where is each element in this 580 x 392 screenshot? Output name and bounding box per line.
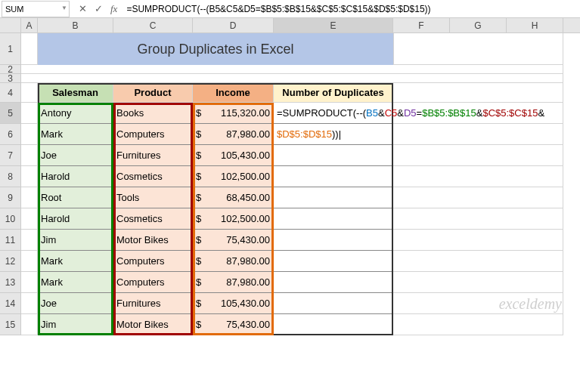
data-salesman[interactable]: Mark xyxy=(38,124,113,145)
header-product[interactable]: Product xyxy=(113,83,193,103)
select-all-corner[interactable] xyxy=(0,18,21,32)
cell[interactable] xyxy=(393,33,563,65)
data-salesman[interactable]: Jim xyxy=(38,230,113,251)
row-header-4[interactable]: 4 xyxy=(0,83,21,103)
name-box[interactable]: SUM ▼ xyxy=(2,1,70,17)
col-header-a[interactable]: A xyxy=(21,18,38,32)
formula-input[interactable]: =SUMPRODUCT(--(B5&C5&D5=$B$5:$B$15&$C$5:… xyxy=(123,4,580,14)
data-salesman[interactable]: Mark xyxy=(38,272,113,293)
data-income[interactable]: $68,450.00 xyxy=(193,187,274,208)
row-header-12[interactable]: 12 xyxy=(0,251,21,272)
cell[interactable] xyxy=(21,65,563,74)
row-header-15[interactable]: 15 xyxy=(0,314,21,335)
data-product[interactable]: Furnitures xyxy=(113,293,193,314)
row-header-14[interactable]: 14 xyxy=(0,293,21,314)
data-duplicates[interactable] xyxy=(274,187,393,208)
col-header-d[interactable]: D xyxy=(193,18,274,32)
data-duplicates[interactable] xyxy=(274,272,393,293)
data-duplicates[interactable] xyxy=(274,230,393,251)
cell[interactable] xyxy=(393,124,563,145)
cell[interactable] xyxy=(21,272,38,293)
data-product[interactable]: Cosmetics xyxy=(113,166,193,187)
data-salesman[interactable]: Mark xyxy=(38,251,113,272)
data-income[interactable]: $87,980.00 xyxy=(193,124,274,145)
cell[interactable] xyxy=(21,251,38,272)
data-duplicates[interactable] xyxy=(274,103,393,124)
data-duplicates[interactable] xyxy=(274,293,393,314)
header-income[interactable]: Income xyxy=(193,83,274,103)
data-product[interactable]: Computers xyxy=(113,124,193,145)
data-salesman[interactable]: Harold xyxy=(38,208,113,230)
row-header-10[interactable]: 10 xyxy=(0,208,21,230)
data-product[interactable]: Furnitures xyxy=(113,145,193,166)
row-header-3[interactable]: 3 xyxy=(0,74,21,83)
data-product[interactable]: Motor Bikes xyxy=(113,314,193,335)
cell[interactable] xyxy=(393,145,563,166)
cell[interactable] xyxy=(393,83,563,103)
data-duplicates[interactable] xyxy=(274,166,393,187)
row-header-11[interactable]: 11 xyxy=(0,230,21,251)
row-header-1[interactable]: 1 xyxy=(0,33,21,65)
cell[interactable] xyxy=(393,293,563,314)
header-duplicates[interactable]: Number of Duplicates xyxy=(274,83,393,103)
row-header-5[interactable]: 5 xyxy=(0,103,21,124)
cancel-icon[interactable]: ✕ xyxy=(79,3,87,14)
data-product[interactable]: Motor Bikes xyxy=(113,230,193,251)
cell[interactable] xyxy=(393,166,563,187)
row-header-7[interactable]: 7 xyxy=(0,145,21,166)
data-salesman[interactable]: Joe xyxy=(38,145,113,166)
cell[interactable] xyxy=(393,230,563,251)
data-salesman[interactable]: Joe xyxy=(38,293,113,314)
col-header-e[interactable]: E xyxy=(274,18,393,32)
data-duplicates[interactable] xyxy=(274,314,393,335)
data-duplicates[interactable] xyxy=(274,208,393,230)
data-income[interactable]: $75,430.00 xyxy=(193,230,274,251)
cell[interactable] xyxy=(21,230,38,251)
cell[interactable] xyxy=(21,208,38,230)
data-income[interactable]: $105,430.00 xyxy=(193,145,274,166)
cell[interactable] xyxy=(21,124,38,145)
cell[interactable] xyxy=(393,272,563,293)
row-header-6[interactable]: 6 xyxy=(0,124,21,145)
data-salesman[interactable]: Harold xyxy=(38,166,113,187)
data-income[interactable]: $87,980.00 xyxy=(193,251,274,272)
data-product[interactable]: Computers xyxy=(113,272,193,293)
col-header-h[interactable]: H xyxy=(507,18,563,32)
cell[interactable] xyxy=(393,103,563,124)
data-duplicates[interactable] xyxy=(274,145,393,166)
data-income[interactable]: $87,980.00 xyxy=(193,272,274,293)
col-header-c[interactable]: C xyxy=(113,18,193,32)
cell[interactable] xyxy=(21,33,38,65)
data-salesman[interactable]: Antony xyxy=(38,103,113,124)
cell[interactable] xyxy=(21,103,38,124)
data-product[interactable]: Tools xyxy=(113,187,193,208)
row-header-8[interactable]: 8 xyxy=(0,166,21,187)
title-cell[interactable]: Group Duplicates in Excel xyxy=(38,33,393,65)
cell[interactable] xyxy=(393,251,563,272)
data-salesman[interactable]: Jim xyxy=(38,314,113,335)
fx-icon[interactable]: fx xyxy=(110,3,117,15)
col-header-g[interactable]: G xyxy=(450,18,507,32)
data-income[interactable]: $115,320.00 xyxy=(193,103,274,124)
header-salesman[interactable]: Salesman xyxy=(38,83,113,103)
cell[interactable] xyxy=(21,74,563,83)
data-duplicates[interactable] xyxy=(274,124,393,145)
cell[interactable] xyxy=(21,83,38,103)
accept-icon[interactable]: ✓ xyxy=(95,3,103,14)
data-duplicates[interactable] xyxy=(274,251,393,272)
data-income[interactable]: $102,500.00 xyxy=(193,166,274,187)
cell[interactable] xyxy=(393,314,563,335)
row-header-9[interactable]: 9 xyxy=(0,187,21,208)
data-income[interactable]: $75,430.00 xyxy=(193,314,274,335)
cell[interactable] xyxy=(21,145,38,166)
col-header-b[interactable]: B xyxy=(38,18,113,32)
data-income[interactable]: $105,430.00 xyxy=(193,293,274,314)
cell[interactable] xyxy=(21,166,38,187)
cell[interactable] xyxy=(21,314,38,335)
data-product[interactable]: Computers xyxy=(113,251,193,272)
cell[interactable] xyxy=(393,208,563,230)
col-header-f[interactable]: F xyxy=(393,18,450,32)
data-salesman[interactable]: Root xyxy=(38,187,113,208)
row-header-13[interactable]: 13 xyxy=(0,272,21,293)
data-income[interactable]: $102,500.00 xyxy=(193,208,274,230)
